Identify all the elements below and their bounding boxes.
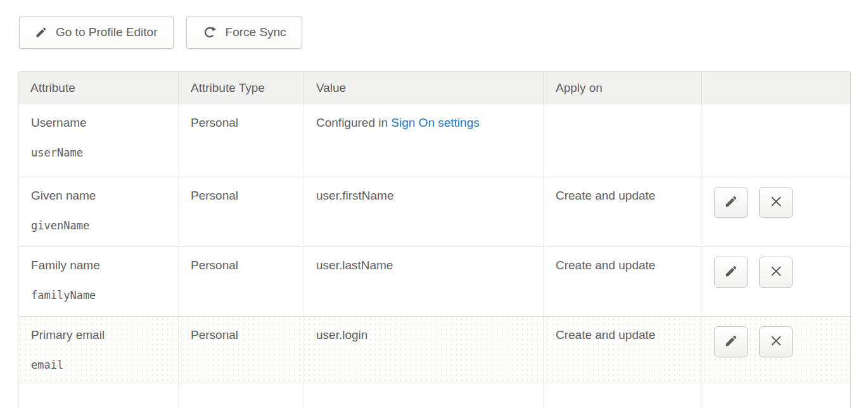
apply-on-cell: Create and update [544, 177, 702, 246]
attribute-type-cell: Personal [179, 317, 304, 383]
force-sync-label: Force Sync [226, 25, 286, 39]
column-header-attribute: Attribute [18, 72, 179, 105]
attribute-cell: Given name givenName [18, 177, 179, 246]
attribute-variable-name: userName [31, 146, 170, 159]
attribute-type-cell: Personal [179, 247, 304, 316]
apply-on-cell: Create and update [544, 317, 702, 383]
close-icon [769, 334, 783, 350]
close-icon [769, 194, 783, 210]
value-cell: Configured in Sign On settings [304, 105, 544, 177]
actions-cell [702, 105, 850, 177]
value-cell: user.firstName [304, 177, 544, 246]
close-icon [769, 264, 783, 280]
table-row: Given name givenName Personal user.first… [18, 177, 850, 246]
apply-on-cell [544, 105, 702, 177]
actions-cell [702, 317, 850, 383]
force-sync-button[interactable]: Force Sync [186, 16, 302, 49]
attribute-cell: Primary email email [18, 317, 179, 383]
go-to-profile-editor-label: Go to Profile Editor [56, 25, 158, 39]
pencil-icon [724, 264, 738, 280]
refresh-icon [202, 25, 217, 40]
pencil-icon [724, 194, 738, 210]
attribute-cell: Family name familyName [18, 247, 179, 316]
attribute-variable-name: email [31, 359, 170, 371]
value-text: Configured in [316, 116, 391, 129]
column-header-value: Value [304, 72, 544, 105]
column-header-attribute-type: Attribute Type [179, 72, 304, 105]
apply-on-cell: Create and update [544, 247, 702, 316]
column-header-actions [702, 72, 850, 105]
table-body: Username userName Personal Configured in… [18, 105, 850, 383]
toolbar: Go to Profile Editor Force Sync [19, 16, 302, 49]
attribute-label: Primary email [31, 328, 170, 342]
table-row: Primary email email Personal user.login … [18, 316, 850, 383]
pencil-icon [35, 26, 48, 39]
delete-attribute-button[interactable] [759, 326, 793, 357]
attribute-type-cell: Personal [179, 177, 304, 246]
table-empty-row [18, 383, 850, 408]
attribute-variable-name: familyName [31, 289, 170, 302]
delete-attribute-button[interactable] [759, 187, 793, 218]
value-cell: user.lastName [304, 247, 544, 316]
actions-cell [702, 247, 850, 316]
attribute-mapping-table: Attribute Attribute Type Value Apply on … [18, 71, 851, 408]
attribute-label: Given name [31, 189, 170, 203]
edit-attribute-button[interactable] [714, 187, 748, 218]
attribute-label: Username [31, 116, 170, 130]
pencil-icon [724, 334, 738, 350]
value-cell: user.login [304, 317, 544, 383]
sign-on-settings-link[interactable]: Sign On settings [391, 116, 479, 129]
column-header-apply-on: Apply on [544, 72, 702, 105]
attribute-type-cell: Personal [179, 105, 304, 177]
actions-cell [702, 177, 850, 246]
delete-attribute-button[interactable] [759, 257, 793, 288]
go-to-profile-editor-button[interactable]: Go to Profile Editor [19, 16, 174, 49]
edit-attribute-button[interactable] [714, 257, 748, 288]
attribute-cell: Username userName [18, 105, 179, 177]
edit-attribute-button[interactable] [714, 326, 748, 357]
attribute-variable-name: givenName [31, 219, 170, 232]
table-row: Family name familyName Personal user.las… [18, 246, 850, 316]
attribute-label: Family name [31, 258, 170, 272]
table-header-row: Attribute Attribute Type Value Apply on [18, 72, 850, 105]
table-row: Username userName Personal Configured in… [18, 105, 850, 177]
